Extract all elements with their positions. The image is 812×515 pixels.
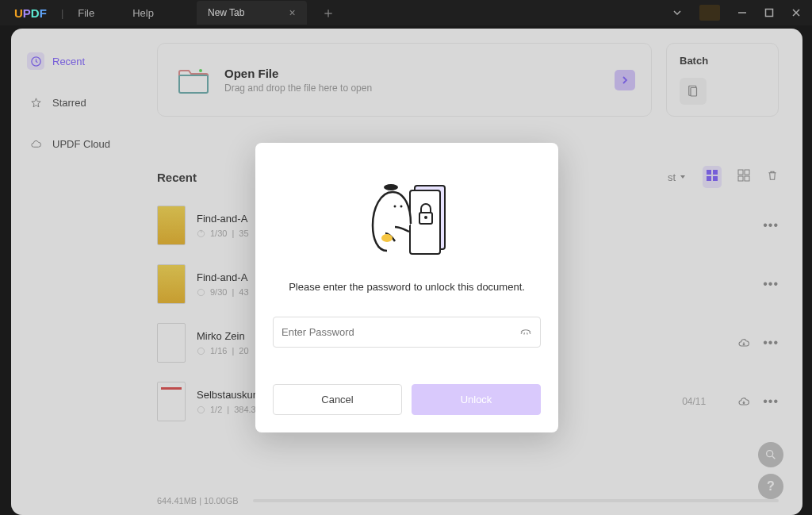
chevron-down-icon[interactable] — [672, 8, 682, 17]
svg-point-24 — [394, 206, 396, 208]
svg-point-22 — [381, 234, 393, 242]
app-logo: UPDF — [14, 6, 47, 20]
titlebar: UPDF | File Help New Tab × ＋ — [0, 0, 812, 25]
password-modal: Please enter the password to unlock this… — [255, 143, 558, 432]
menu-file[interactable]: File — [78, 7, 94, 19]
close-button[interactable] — [791, 8, 801, 17]
add-tab-button[interactable]: ＋ — [321, 3, 335, 22]
maximize-button[interactable] — [764, 8, 774, 17]
unlock-button[interactable]: Unlock — [412, 384, 541, 415]
tab-title: New Tab — [208, 7, 244, 18]
close-icon[interactable]: × — [289, 6, 295, 19]
svg-rect-0 — [766, 10, 773, 17]
modal-message: Please enter the password to unlock this… — [273, 281, 541, 293]
separator: | — [61, 7, 63, 19]
svg-point-23 — [384, 184, 398, 190]
minimize-button[interactable] — [737, 8, 747, 17]
toggle-visibility-icon[interactable] — [519, 324, 533, 341]
svg-point-21 — [424, 216, 427, 219]
password-input[interactable] — [273, 317, 541, 348]
lock-illustration — [351, 171, 462, 267]
modal-overlay: Please enter the password to unlock this… — [11, 29, 802, 515]
menu-help[interactable]: Help — [132, 7, 154, 19]
brand-badge — [699, 5, 720, 21]
svg-point-25 — [400, 206, 403, 208]
main-window: Recent Starred UPDF Cloud Open File Drag… — [11, 29, 802, 515]
tab-new[interactable]: New Tab × — [197, 1, 307, 25]
cancel-button[interactable]: Cancel — [273, 384, 402, 415]
